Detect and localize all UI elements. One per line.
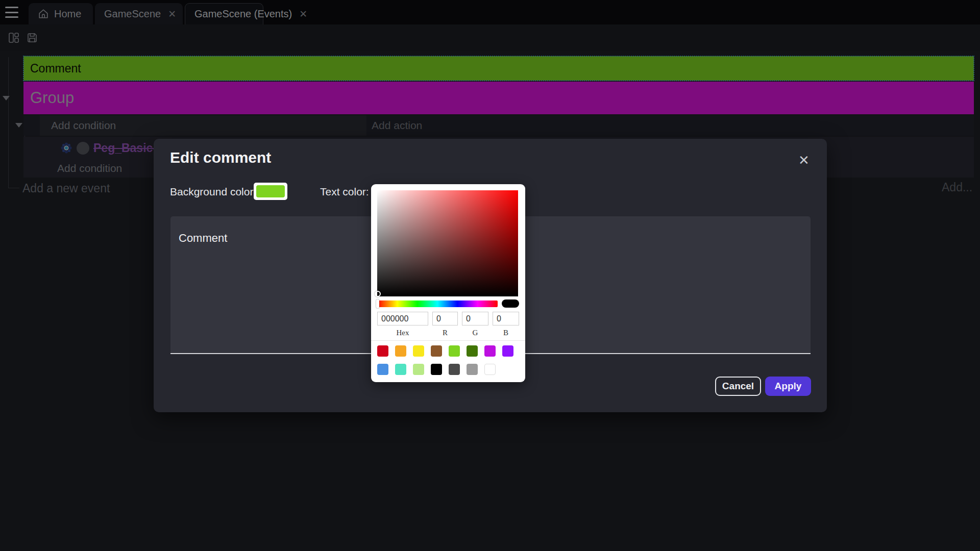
saturation-cursor[interactable]: [375, 291, 381, 297]
app-root: Home GameScene ✕ GameScene (Events) ✕: [0, 0, 980, 551]
palette-swatch-white[interactable]: [484, 364, 496, 375]
swatch-row: [377, 345, 513, 357]
palette-swatch-dark-green[interactable]: [467, 345, 478, 357]
hue-slider-handle[interactable]: [376, 299, 379, 308]
palette-swatch-gray[interactable]: [467, 364, 478, 375]
cancel-button[interactable]: Cancel: [715, 377, 761, 396]
swatch-row: [377, 364, 496, 375]
palette-swatch-orange[interactable]: [395, 345, 406, 357]
red-label: R: [432, 329, 458, 337]
saturation-area[interactable]: [377, 190, 518, 296]
palette-swatch-green[interactable]: [449, 345, 460, 357]
palette-swatch-yellow[interactable]: [413, 345, 424, 357]
palette-swatch-brown[interactable]: [431, 345, 442, 357]
palette-swatch-light-green[interactable]: [413, 364, 424, 375]
palette-swatch-dark-gray[interactable]: [449, 364, 460, 375]
blue-input[interactable]: [493, 312, 519, 325]
current-color-preview: [502, 299, 519, 308]
hex-input[interactable]: [377, 312, 428, 325]
palette-swatch-red[interactable]: [377, 345, 388, 357]
hue-slider[interactable]: [377, 300, 498, 307]
palette-swatch-blue[interactable]: [377, 364, 388, 375]
close-icon: ✕: [798, 153, 810, 168]
apply-button[interactable]: Apply: [765, 377, 811, 396]
apply-label: Apply: [775, 381, 802, 392]
background-color-swatch[interactable]: [254, 183, 287, 200]
palette-swatch-magenta[interactable]: [484, 345, 496, 357]
color-picker-popup: Hex R G B: [371, 184, 525, 382]
dialog-title: Edit comment: [170, 149, 271, 166]
green-input[interactable]: [462, 312, 488, 325]
blue-label: B: [493, 329, 519, 337]
text-color-label: Text color:: [320, 186, 369, 198]
picker-divider: [371, 340, 525, 341]
comment-text: Comment: [179, 232, 227, 245]
palette-swatch-purple[interactable]: [502, 345, 513, 357]
green-label: G: [462, 329, 488, 337]
background-color-value: [256, 185, 285, 197]
hex-label: Hex: [377, 329, 428, 337]
close-dialog-button[interactable]: ✕: [796, 152, 812, 168]
palette-swatch-teal[interactable]: [395, 364, 406, 375]
background-color-label: Background color:: [170, 186, 256, 198]
palette-swatch-black[interactable]: [431, 364, 442, 375]
red-input[interactable]: [432, 312, 458, 325]
cancel-label: Cancel: [722, 381, 754, 392]
